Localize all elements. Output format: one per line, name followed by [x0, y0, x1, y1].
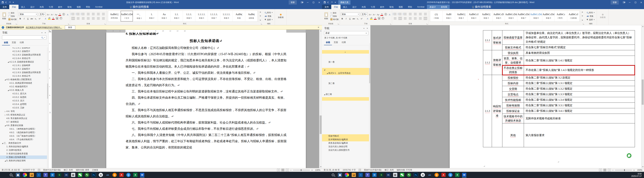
- expand-triangle-icon[interactable]: ◢: [1, 142, 4, 144]
- character-border-icon[interactable]: A: [66, 13, 69, 16]
- ribbon-tab[interactable]: 帮助: [405, 5, 415, 9]
- style-cell[interactable]: AaBbCcDd. 标题 7: [517, 11, 530, 21]
- nav-search-input[interactable]: ˅: [2, 35, 46, 39]
- nav-heading-item[interactable]: 4.3.3.2. 寇恩跃: [0, 95, 47, 99]
- table-row[interactable]: 不存在禁止投标的情形 不存在第二章“投标人须知”第 1.4.3 项规定的任何一种…: [502, 65, 635, 75]
- strikethrough-button[interactable]: abc: [30, 17, 33, 20]
- tell-me-search[interactable]: 操作说明搜索: [128, 5, 151, 9]
- sort-icon[interactable]: [97, 13, 100, 15]
- redo-icon[interactable]: [9, 1, 11, 3]
- taskbar-icon[interactable]: VS: [385, 172, 392, 178]
- justify-icon[interactable]: [409, 17, 412, 19]
- zoom-out-button[interactable]: −: [290, 169, 292, 172]
- align-right-icon[interactable]: [404, 17, 406, 19]
- expand-triangle-icon[interactable]: ◢: [7, 89, 10, 91]
- nav-heading-item[interactable]: 4.2.1.9.3. 设备购置合同和发票: [0, 71, 47, 74]
- nav-search-input[interactable]: 承诺 ✕: [324, 31, 368, 35]
- taskbar-icon[interactable]: ▤: [70, 172, 77, 178]
- system-tray[interactable]: 8:50 2025-07-17: [631, 173, 644, 177]
- table-row[interactable]: 投标保证金 符合第二章“投标人须知”第 3.4.1 项规定: [502, 108, 635, 114]
- style-cell[interactable]: 1.1.1.1. 标题 8: [220, 11, 233, 21]
- style-cell[interactable]: AaBb( 副标题: [245, 11, 258, 21]
- clear-search-icon[interactable]: ✕: [366, 32, 367, 34]
- save-icon[interactable]: [324, 1, 326, 3]
- page-indicator[interactable]: 第 272 页, 共 322 页: [2, 169, 20, 172]
- expand-triangle-icon[interactable]: ◢: [323, 69, 326, 71]
- nav-tab[interactable]: 页面: [10, 40, 18, 45]
- nav-heading-item[interactable]: ◢ 第三卷: [322, 93, 369, 96]
- ribbon-tab[interactable]: 设计: [28, 5, 37, 9]
- qat-customize-icon[interactable]: [335, 2, 336, 3]
- taskbar-icon[interactable]: T: [42, 172, 49, 178]
- track-changes-indicator[interactable]: 修订: 关闭: [64, 169, 73, 172]
- enclose-characters-button[interactable]: 字: [60, 17, 62, 20]
- expand-triangle-icon[interactable]: ▷: [4, 114, 6, 116]
- web-layout-icon[interactable]: [608, 169, 611, 171]
- underline-button[interactable]: U: [348, 17, 351, 20]
- read-mode-icon[interactable]: [599, 169, 602, 171]
- table-cell-criteria[interactable]: 符合第二章“投标人须知”第 1.3.2 项规定: [524, 86, 635, 91]
- clear-format-icon[interactable]: A: [58, 13, 61, 16]
- expand-triangle-icon[interactable]: ◢: [323, 94, 326, 95]
- table-cell-item[interactable]: 投标内容: [502, 80, 524, 86]
- table-cell-criteria[interactable]: 符合第二章“投标人须知”第 3.4.1 项规定: [524, 108, 635, 114]
- table-cell-item[interactable]: 交货期: [502, 86, 524, 91]
- nav-heading-item[interactable]: 4.2.1.9.4. 校准证书: [0, 74, 47, 78]
- italic-button[interactable]: I: [345, 17, 348, 20]
- format-painter-button[interactable]: 格式刷: [330, 18, 339, 21]
- taskbar-icon[interactable]: A: [118, 172, 125, 178]
- close-bar-icon[interactable]: ✕: [318, 26, 320, 28]
- nav-heading-item[interactable]: 技术规格响应/偏离表: [322, 138, 369, 141]
- table-cell-category[interactable]: 响应性评审标准: [492, 75, 502, 147]
- select-button[interactable]: 选择: [265, 18, 273, 21]
- nav-heading-item[interactable]: ◢ 4.8. 质量保证措施: [0, 124, 47, 127]
- change-case-button[interactable]: Aa: [376, 13, 379, 16]
- zoom-slider[interactable]: [615, 170, 632, 170]
- maximize-button[interactable]: [310, 0, 316, 5]
- clear-format-icon[interactable]: A: [380, 13, 383, 16]
- superscript-button[interactable]: x²: [38, 17, 41, 20]
- ribbon-tab[interactable]: 开始: [331, 5, 340, 9]
- format-painter-button[interactable]: 格式刷: [8, 18, 17, 21]
- signin-button[interactable]: 登录: [289, 0, 297, 4]
- nav-heading-item[interactable]: 4.2.1.8.2. 设备照片: [0, 50, 47, 53]
- dialog-launcher-icon[interactable]: [390, 23, 392, 24]
- table-row[interactable]: 交货期 符合第二章“投标人须知”第 1.3.2 项规定: [502, 86, 635, 92]
- table-row[interactable]: 投标函签字盖章 字或加盖单位章。由法定代表人（单位负责人）签字的，应附法定代表人…: [502, 30, 635, 45]
- zoom-out-button[interactable]: −: [612, 169, 614, 172]
- font-name-combo[interactable]: 宋体: [19, 12, 38, 16]
- proofing-icon[interactable]: [38, 169, 40, 171]
- dialog-launcher-icon[interactable]: [105, 23, 106, 24]
- ribbon-tab[interactable]: 审阅: [387, 5, 396, 9]
- multilevel-list-icon[interactable]: [82, 13, 84, 15]
- ribbon-tab[interactable]: 视图: [74, 5, 83, 9]
- print-layout-icon[interactable]: [282, 169, 284, 171]
- nav-heading-item[interactable]: ▷ 4.5. 研发机构及认证: [0, 113, 47, 117]
- dialog-launcher-icon[interactable]: [261, 23, 262, 24]
- decrease-indent-icon[interactable]: [409, 13, 412, 15]
- shading-button[interactable]: A: [56, 17, 58, 20]
- change-case-button[interactable]: Aa: [54, 13, 57, 16]
- ribbon-tab[interactable]: 文件: [322, 5, 331, 9]
- grow-font-button[interactable]: A˄: [47, 13, 50, 16]
- document-page[interactable]: 4. 投标人告知承诺函↵ 投标人告知承诺函↵ 招标人名称：辽河石油勘探局有限公司…: [106, 33, 306, 168]
- taskbar-icon[interactable]: [1, 172, 8, 178]
- nav-heading-item[interactable]: 4.2.1.9.2. 设备照片: [0, 67, 47, 71]
- ribbon-tab[interactable]: 插入: [18, 5, 28, 9]
- taskbar-icon[interactable]: Q: [433, 172, 440, 178]
- language-indicator[interactable]: 简体中文(中国大陆): [43, 169, 61, 172]
- multilevel-list-icon[interactable]: [404, 13, 406, 15]
- taskbar-icon[interactable]: Ps: [412, 172, 419, 178]
- style-cell[interactable]: AaBbC( 四号宋体: [108, 11, 120, 21]
- sort-icon[interactable]: [419, 13, 422, 15]
- text-effects-button[interactable]: A: [366, 17, 369, 20]
- style-cell[interactable]: AaBbCcDdI ↵正文: [120, 11, 133, 21]
- nav-tab[interactable]: 标题: [2, 40, 10, 45]
- table-row[interactable]: 资质、财务、信誉、业绩要求 符合第二章“投标人须知”第 1.4.1 项规定: [502, 56, 635, 65]
- subscript-button[interactable]: x₂: [356, 17, 359, 20]
- style-cell[interactable]: 1.1.1. 标题 5: [183, 11, 195, 21]
- table-row[interactable]: 投标报价 符合第二章“投标人须知”第 3.2 款规定: [502, 75, 635, 80]
- table-cell-item[interactable]: 投标报价: [502, 75, 524, 80]
- style-cell[interactable]: 1.1. 标题 4: [170, 11, 183, 21]
- nav-heading-item[interactable]: 4.8.4. 《不合格控制程序》: [0, 138, 47, 141]
